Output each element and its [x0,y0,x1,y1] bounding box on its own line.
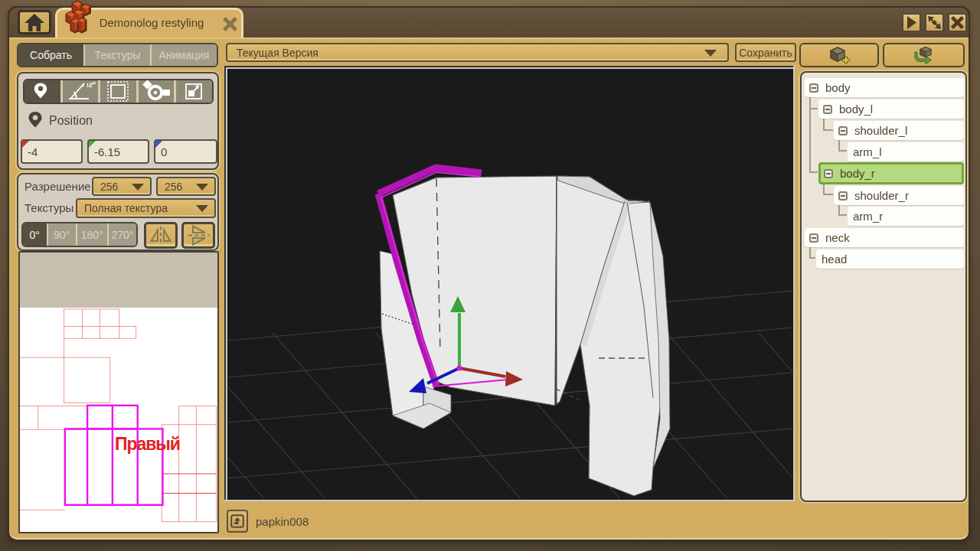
svg-text:Правый: Правый [115,434,181,454]
